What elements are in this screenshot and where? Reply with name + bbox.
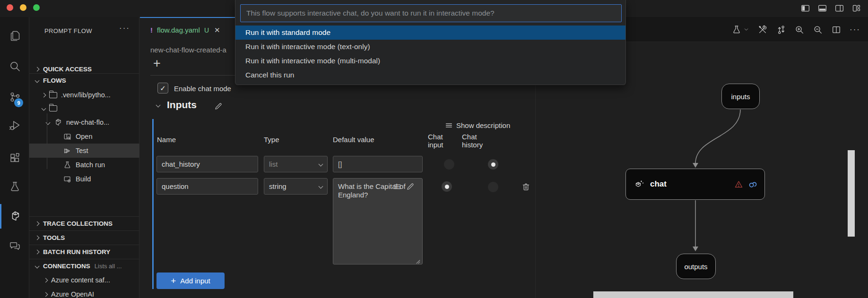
beaker-icon: [63, 161, 72, 170]
quick-pick-dialog: Run it with standard mode Run it with in…: [235, 0, 626, 85]
vertical-scrollbar[interactable]: [848, 150, 855, 237]
tree-item-flow[interactable]: new-chat-flo...: [29, 115, 139, 129]
close-tab-icon[interactable]: ✕: [214, 26, 220, 34]
connection-azure-content-safety[interactable]: Azure content saf...: [29, 273, 139, 287]
quick-pick-option-cancel[interactable]: Cancel this run: [235, 68, 625, 82]
split-editor-icon[interactable]: [831, 25, 842, 35]
folder-icon: [49, 92, 57, 98]
chevron-down-icon: [319, 162, 323, 167]
zoom-in-icon[interactable]: [794, 25, 805, 35]
test-flow-button[interactable]: [731, 25, 749, 35]
section-flows[interactable]: FLOWS: [29, 73, 139, 87]
more-actions-icon[interactable]: ···: [850, 25, 860, 34]
minimize-window-button[interactable]: [20, 4, 26, 11]
modified-badge: U: [204, 26, 209, 34]
delete-input-icon[interactable]: [521, 182, 531, 194]
column-header-type: Type: [264, 136, 279, 144]
column-header-default-value: Default value: [333, 136, 374, 144]
graph-node-outputs[interactable]: outputs: [676, 254, 716, 279]
graph-node-chat[interactable]: chat: [625, 169, 765, 200]
add-input-button[interactable]: +Add input: [156, 272, 225, 289]
sidebar-title: PROMPT FLOW: [44, 27, 92, 34]
close-window-button[interactable]: [7, 4, 13, 11]
tree-action-test[interactable]: Test: [29, 144, 139, 158]
activity-bar: 9: [0, 17, 29, 298]
plus-icon: +: [171, 276, 176, 286]
chevron-down-icon: [319, 184, 323, 189]
testing-icon[interactable]: [0, 174, 29, 199]
edit-value-icon[interactable]: [406, 181, 416, 193]
horizontal-scrollbar[interactable]: [593, 291, 793, 298]
tree-action-open[interactable]: Open: [29, 129, 139, 144]
explorer-icon[interactable]: [0, 23, 29, 48]
list-lines-icon: [445, 121, 453, 129]
swap-arrows-icon[interactable]: [776, 25, 786, 35]
type-select[interactable]: string: [264, 178, 328, 195]
run-and-debug-icon[interactable]: [0, 113, 29, 137]
section-trace-collections[interactable]: TRACE COLLECTIONS: [29, 216, 139, 230]
zoom-window-button[interactable]: [33, 4, 40, 11]
connection-azure-openai[interactable]: Azure OpenAI: [29, 287, 139, 298]
inputs-heading: Inputs: [167, 99, 197, 111]
tree-action-batch-run[interactable]: Batch run: [29, 158, 139, 172]
flow-name-text: new-chat-flow-created-a: [150, 46, 226, 54]
quick-pick-option-interactive-text-only[interactable]: Run it with interactive mode (text-only): [235, 40, 625, 54]
quick-pick-option-interactive-multi-modal[interactable]: Run it with interactive mode (multi-moda…: [235, 54, 625, 68]
tree-item-venv[interactable]: .venv/lib/pytho...: [29, 88, 139, 102]
quick-pick-input[interactable]: [240, 4, 622, 22]
enable-chat-mode-label: Enable chat mode: [174, 85, 231, 93]
active-view-indicator: [0, 204, 1, 229]
column-header-name: Name: [157, 136, 176, 144]
show-description-toggle[interactable]: Show description: [445, 121, 510, 129]
zoom-out-icon[interactable]: [813, 25, 823, 35]
tree-action-build[interactable]: Build: [29, 172, 139, 186]
inputs-collapse-icon[interactable]: [156, 103, 161, 108]
resize-handle[interactable]: [415, 258, 421, 266]
add-node-button[interactable]: +: [153, 56, 161, 71]
inputs-section-accent: [152, 119, 154, 289]
search-icon[interactable]: [0, 54, 29, 78]
input-name-field[interactable]: [156, 156, 258, 172]
prompt-flow-file-icon: [53, 118, 62, 127]
input-name-field[interactable]: [156, 178, 258, 195]
beaker-icon: [731, 25, 742, 35]
section-connections[interactable]: CONNECTIONSLists all ...: [29, 259, 139, 273]
expand-text-icon[interactable]: [393, 182, 402, 193]
quick-pick-option-standard-mode[interactable]: Run it with standard mode: [235, 26, 625, 40]
sidebar-more-actions[interactable]: ···: [119, 24, 130, 33]
extensions-icon[interactable]: [0, 146, 29, 170]
customize-layout-icon[interactable]: [851, 3, 861, 13]
column-header-chat-input: Chat input: [428, 133, 452, 149]
chevron-down-icon: [743, 26, 749, 33]
section-tools[interactable]: TOOLS: [29, 230, 139, 245]
column-header-chat-history: Chat history: [462, 133, 491, 149]
llm-cube-icon: [634, 179, 645, 190]
source-control-badge: 9: [14, 98, 23, 107]
toggle-primary-sidebar-icon[interactable]: [800, 3, 810, 13]
configure-tools-icon[interactable]: [757, 25, 768, 35]
graph-node-inputs[interactable]: inputs: [721, 84, 760, 109]
toggle-secondary-sidebar-icon[interactable]: [834, 3, 844, 13]
chat-history-radio-row1[interactable]: [488, 159, 498, 170]
type-select[interactable]: list: [264, 156, 328, 172]
open-preview-icon: [63, 132, 72, 141]
warning-icon: [734, 180, 743, 189]
chat-input-radio-row1[interactable]: [444, 159, 454, 170]
chat-history-radio-row2[interactable]: [488, 182, 498, 192]
chat-input-radio-row2[interactable]: [442, 181, 452, 192]
enable-chat-mode-checkbox[interactable]: ✓: [157, 83, 168, 94]
yaml-warning-icon: !: [150, 26, 153, 34]
build-icon: [63, 175, 72, 184]
toggle-panel-icon[interactable]: [817, 3, 827, 13]
tree-item-folder[interactable]: [29, 101, 139, 115]
folder-icon: [49, 105, 57, 111]
section-batch-run-history[interactable]: BATCH RUN HISTORY: [29, 245, 139, 259]
prompt-flow-icon[interactable]: [0, 204, 29, 229]
run-icon: [63, 146, 72, 155]
comments-icon[interactable]: [0, 233, 29, 258]
tab-flow-dag-yaml[interactable]: ! flow.dag.yaml U ✕: [140, 17, 240, 42]
default-value-field[interactable]: [333, 156, 423, 172]
edit-inputs-icon[interactable]: [214, 101, 224, 113]
tab-filename: flow.dag.yaml: [157, 26, 200, 34]
link-icon[interactable]: [748, 179, 758, 189]
